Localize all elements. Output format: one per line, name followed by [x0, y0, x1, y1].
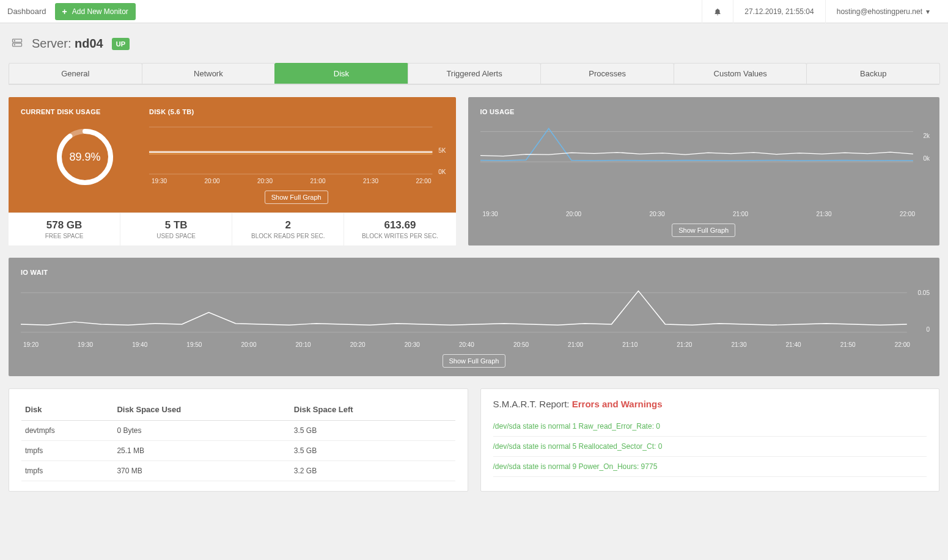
- io-wait-title: IO WAIT: [21, 269, 927, 276]
- notifications-button[interactable]: [702, 0, 733, 23]
- table-row: tmpfs370 MB3.2 GB: [21, 461, 455, 481]
- table-row: tmpfs25.1 MB3.5 GB: [21, 441, 455, 461]
- plus-icon: +: [62, 7, 67, 16]
- svg-point-3: [14, 45, 15, 45]
- caret-down-icon: ▾: [926, 7, 930, 16]
- tabs: General Network Disk Triggered Alerts Pr…: [9, 63, 939, 85]
- add-monitor-label: Add New Monitor: [72, 7, 128, 16]
- io-usage-show-full-button[interactable]: Show Full Graph: [672, 224, 735, 237]
- page-title: Server: nd04: [32, 37, 103, 51]
- stats-row: 578 GBFREE SPACE 5 TBUSED SPACE 2BLOCK R…: [9, 213, 456, 245]
- tab-processes[interactable]: Processes: [540, 63, 674, 84]
- tab-network[interactable]: Network: [142, 63, 276, 84]
- disk-chart-title: DISK (5.6 TB): [149, 108, 444, 115]
- stat-used-space: 5 TBUSED SPACE: [120, 213, 232, 245]
- disk-table: Disk Disk Space Used Disk Space Left dev…: [21, 399, 455, 481]
- smart-row[interactable]: /dev/sda state is normal 1 Raw_read_Erro…: [493, 416, 927, 437]
- smart-row[interactable]: /dev/sda state is normal 5 Reallocated_S…: [493, 437, 927, 457]
- stat-block-reads: 2BLOCK READS PER SEC.: [232, 213, 344, 245]
- col-used: Disk Space Used: [113, 399, 290, 421]
- server-icon: [11, 37, 23, 51]
- disk-x-axis: 19:3020:0020:3021:0021:3022:00: [149, 178, 444, 184]
- tab-general[interactable]: General: [9, 63, 142, 84]
- io-wait-panel: IO WAIT 0.05 0 19:2019:3019:4019:5020:00…: [9, 258, 939, 376]
- bell-icon: [713, 7, 722, 16]
- col-left: Disk Space Left: [290, 399, 455, 421]
- disk-usage-panel: CURRENT DISK USAGE 89.9% DISK (5.6 TB) 5…: [9, 97, 456, 245]
- disk-show-full-button[interactable]: Show Full Graph: [265, 191, 328, 204]
- user-menu[interactable]: hosting@ehostingperu.net ▾: [825, 0, 941, 23]
- io-usage-panel: IO USAGE 2k 0k 19:3020:0020:3021:0021:30…: [468, 97, 940, 245]
- dashboard-link[interactable]: Dashboard: [7, 7, 46, 16]
- smart-row[interactable]: /dev/sda state is normal 9 Power_On_Hour…: [493, 457, 927, 477]
- disk-table-panel: Disk Disk Space Used Disk Space Left dev…: [9, 388, 468, 492]
- topbar: Dashboard + Add New Monitor 27.12.2019, …: [0, 0, 948, 23]
- add-monitor-button[interactable]: + Add New Monitor: [55, 3, 136, 20]
- user-email: hosting@ehostingperu.net: [837, 7, 922, 16]
- tab-disk[interactable]: Disk: [274, 63, 408, 84]
- io-wait-show-full-button[interactable]: Show Full Graph: [443, 354, 506, 368]
- stat-block-writes: 613.69BLOCK WRITES PER SEC.: [344, 213, 455, 245]
- io-usage-title: IO USAGE: [480, 108, 928, 115]
- io-usage-x-axis: 19:3020:0020:3021:0021:3022:00: [480, 211, 928, 217]
- tab-triggered-alerts[interactable]: Triggered Alerts: [408, 63, 542, 84]
- page-header: Server: nd04 UP: [0, 23, 948, 57]
- stat-free-space: 578 GBFREE SPACE: [9, 213, 120, 245]
- tab-backup[interactable]: Backup: [806, 63, 940, 84]
- disk-usage-title: CURRENT DISK USAGE: [21, 108, 101, 115]
- status-badge: UP: [112, 38, 130, 50]
- disk-usage-percent: 89.9%: [54, 126, 116, 187]
- tab-custom-values[interactable]: Custom Values: [674, 63, 807, 84]
- disk-chart: 5K 0K: [149, 126, 444, 175]
- io-wait-x-axis: 19:2019:3019:4019:5020:0020:1020:2020:30…: [21, 341, 927, 348]
- svg-point-2: [14, 40, 15, 41]
- io-usage-chart: 2k 0k: [480, 122, 928, 208]
- smart-report-panel: S.M.A.R.T. Report: Errors and Warnings /…: [480, 388, 940, 492]
- datetime-display: 27.12.2019, 21:55:04: [733, 0, 825, 23]
- table-row: devtmpfs0 Bytes3.5 GB: [21, 421, 455, 441]
- io-wait-chart: 0.05 0: [21, 282, 927, 339]
- col-disk: Disk: [21, 399, 113, 421]
- disk-usage-gauge: 89.9%: [54, 126, 116, 187]
- smart-title: S.M.A.R.T. Report: Errors and Warnings: [493, 399, 927, 409]
